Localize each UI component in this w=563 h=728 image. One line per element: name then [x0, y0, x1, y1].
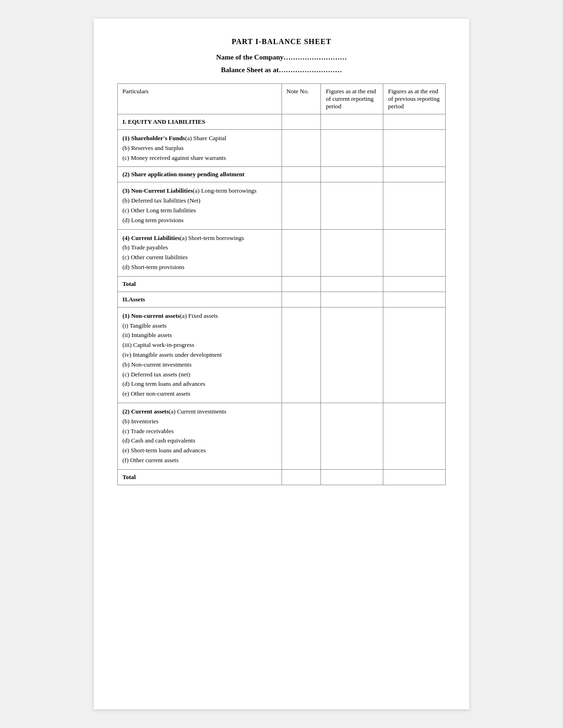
equity-liabilities-label: I. EQUITY AND LIABILITIES — [118, 114, 282, 130]
capital-work-in-progress: (iii) Capital work-in-progress — [122, 341, 194, 348]
share-application-label: (2) Share application money pending allo… — [118, 167, 282, 182]
equity-liabilities-previous — [383, 114, 446, 130]
total-row-1: Total — [118, 276, 446, 292]
non-current-assets-row: (1) Non-current assets(a) Fixed assets (… — [118, 307, 446, 403]
other-current-assets: (f) Other current assets — [122, 457, 178, 464]
total-1-previous — [383, 276, 446, 292]
non-current-assets-previous — [383, 307, 446, 403]
share-application-note — [282, 167, 321, 182]
trade-receivables: (c) Trade receivables — [122, 428, 174, 435]
non-current-assets-bold: (1) Non-current assets(a) Fixed assets — [122, 312, 218, 319]
non-current-liabilities-note — [282, 182, 321, 229]
current-liabilities-note — [282, 229, 321, 276]
shareholders-funds-bold: (1) Shareholder's Funds(a) Share Capital — [122, 135, 226, 142]
total-2-previous — [383, 469, 446, 485]
assets-header-label: II.Assets — [118, 292, 282, 307]
current-assets-current — [321, 403, 383, 469]
other-current-liabilities: (c) Other current liabilities — [122, 254, 188, 261]
balance-sheet-subtitle: Balance Sheet as at……………………… — [117, 66, 446, 74]
non-current-liabilities-label: (3) Non-Current Liabilities(a) Long-term… — [118, 182, 282, 229]
long-term-provisions: (d) Long term provisions — [122, 217, 183, 224]
other-non-current-assets: (e) Other non-current assets — [122, 390, 190, 397]
non-current-assets-label: (1) Non-current assets(a) Fixed assets (… — [118, 307, 282, 403]
shareholders-funds-previous — [383, 130, 446, 167]
shareholders-funds-current — [321, 130, 383, 167]
current-liabilities-label: (4) Current Liabilities(a) Short-term bo… — [118, 229, 282, 276]
share-application-previous — [383, 167, 446, 182]
equity-liabilities-current — [321, 114, 383, 130]
current-assets-row: (2) Current assets(a) Current investment… — [118, 403, 446, 469]
non-current-assets-current — [321, 307, 383, 403]
intangible-assets: (ii) Intangible assets — [122, 331, 172, 338]
current-assets-previous — [383, 403, 446, 469]
company-name: Name of the Company……………………… — [117, 53, 446, 61]
shareholders-funds-note — [282, 130, 321, 167]
total-row-2: Total — [118, 469, 446, 485]
trade-payables: (b) Trade payables — [122, 244, 168, 251]
intangible-assets-under-development: (iv) Intangible assets under development — [122, 351, 222, 358]
equity-liabilities-header: I. EQUITY AND LIABILITIES — [118, 114, 446, 130]
total-1-note — [282, 276, 321, 292]
total-1-current — [321, 276, 383, 292]
current-liabilities-row: (4) Current Liabilities(a) Short-term bo… — [118, 229, 446, 276]
current-liabilities-current — [321, 229, 383, 276]
other-long-term-liabilities: (c) Other Long term liabilities — [122, 207, 196, 214]
assets-header-note — [282, 292, 321, 307]
short-term-provisions: (d) Short-term provisions — [122, 263, 184, 270]
reserves-surplus: (b) Reserves and Surplus — [122, 144, 183, 151]
inventories: (b) Inventories — [122, 418, 159, 425]
share-application-row: (2) Share application money pending allo… — [118, 167, 446, 182]
assets-header-previous — [383, 292, 446, 307]
current-assets-bold: (2) Current assets(a) Current investment… — [122, 408, 226, 415]
current-liabilities-bold: (4) Current Liabilities(a) Short-term bo… — [122, 234, 244, 241]
page-title: PART I-BALANCE SHEET — [117, 38, 446, 46]
assets-header-current — [321, 292, 383, 307]
non-current-assets-note — [282, 307, 321, 403]
current-liabilities-previous — [383, 229, 446, 276]
non-current-liabilities-previous — [383, 182, 446, 229]
header-figures-previous: Figures as at the end of previous report… — [383, 84, 446, 114]
shareholders-funds-label: (1) Shareholder's Funds(a) Share Capital… — [118, 130, 282, 167]
deferred-tax-assets: (c) Deferred tax assets (net) — [122, 371, 190, 378]
total-2-label: Total — [118, 469, 282, 485]
non-current-investments: (b) Non-current investments — [122, 361, 191, 368]
assets-header-row: II.Assets — [118, 292, 446, 307]
current-assets-note — [282, 403, 321, 469]
non-current-liabilities-bold: (3) Non-Current Liabilities(a) Long-term… — [122, 187, 257, 194]
balance-sheet-table: Particulars Note No. Figures as at the e… — [117, 83, 446, 485]
deferred-tax-liabilities: (b) Deferred tax liabilities (Net) — [122, 197, 200, 204]
non-current-liabilities-current — [321, 182, 383, 229]
money-warrants: (c) Money received against share warrant… — [122, 154, 226, 161]
equity-liabilities-note — [282, 114, 321, 130]
header-particulars: Particulars — [118, 84, 282, 114]
cash-and-cash-equivalents: (d) Cash and cash equivalents — [122, 437, 195, 444]
page: PART I-BALANCE SHEET Name of the Company… — [94, 19, 469, 709]
total-2-current — [321, 469, 383, 485]
share-application-current — [321, 167, 383, 182]
header-note-no: Note No. — [282, 84, 321, 114]
header-figures-current: Figures as at the end of current reporti… — [321, 84, 383, 114]
current-assets-label: (2) Current assets(a) Current investment… — [118, 403, 282, 469]
non-current-liabilities-row: (3) Non-Current Liabilities(a) Long-term… — [118, 182, 446, 229]
long-term-loans-advances: (d) Long term loans and advances — [122, 380, 205, 387]
total-2-note — [282, 469, 321, 485]
total-1-label: Total — [118, 276, 282, 292]
shareholders-funds-row: (1) Shareholder's Funds(a) Share Capital… — [118, 130, 446, 167]
tangible-assets: (i) Tangible assets — [122, 322, 167, 329]
short-term-loans-advances: (e) Short-term loans and advances — [122, 447, 206, 454]
